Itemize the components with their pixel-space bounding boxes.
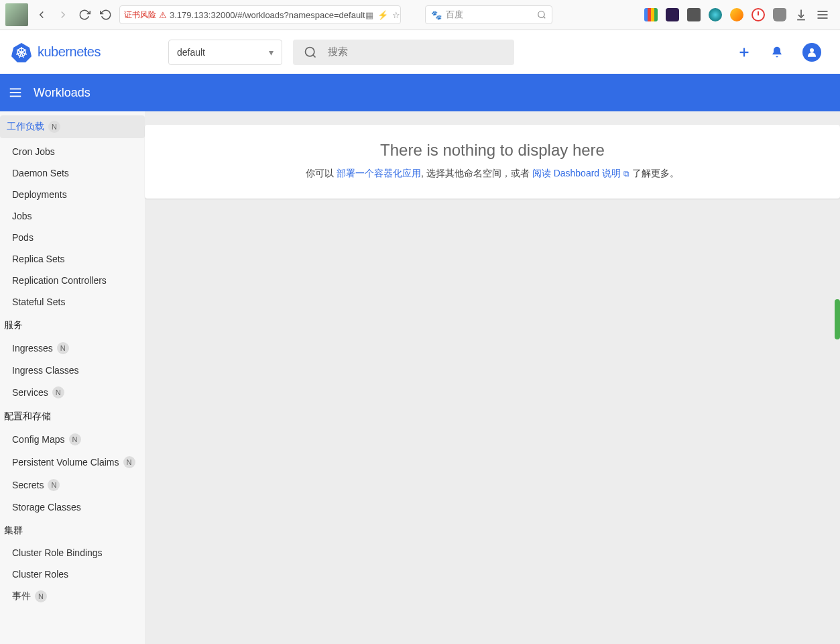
empty-title: There is nothing to display here bbox=[158, 141, 827, 160]
svg-line-16 bbox=[313, 54, 316, 57]
content-area: 工作负载 N Cron Jobs Daemon Sets Deployments… bbox=[0, 111, 840, 644]
download-icon[interactable] bbox=[794, 8, 808, 21]
namespace-value: default bbox=[177, 47, 205, 58]
kubernetes-logo[interactable]: kubernetes bbox=[11, 42, 101, 63]
sidebar-item-rc[interactable]: Replication Controllers bbox=[0, 270, 145, 291]
sidebar-item-services[interactable]: Services N bbox=[0, 381, 145, 404]
external-link-icon: ⧉ bbox=[623, 169, 629, 178]
adblock-icon[interactable] bbox=[752, 8, 765, 21]
sidebar-item-workloads[interactable]: 工作负载 N bbox=[0, 115, 145, 138]
browser-search[interactable]: 🐾 百度 bbox=[425, 5, 552, 24]
empty-state-card: There is nothing to display here 你可以 部署一… bbox=[145, 125, 840, 199]
search-icon[interactable] bbox=[537, 10, 546, 19]
reload-button[interactable] bbox=[76, 7, 93, 23]
sidebar-item-deployments[interactable]: Deployments bbox=[0, 184, 145, 205]
namespace-badge: N bbox=[123, 456, 135, 468]
app-search[interactable]: 搜索 bbox=[293, 40, 514, 65]
ext-copy-icon[interactable] bbox=[687, 8, 701, 21]
sidebar-item-pods[interactable]: Pods bbox=[0, 227, 145, 248]
svg-point-19 bbox=[810, 48, 814, 52]
sidebar-section-config[interactable]: 配置和存储 bbox=[0, 404, 145, 428]
browser-menu-icon[interactable] bbox=[816, 8, 829, 21]
app-search-placeholder: 搜索 bbox=[328, 46, 348, 58]
ext-purple-icon[interactable] bbox=[666, 8, 679, 21]
undo-nav-button[interactable] bbox=[98, 7, 114, 23]
scrollbar-thumb[interactable] bbox=[835, 299, 840, 339]
sidebar-item-ingresses[interactable]: Ingresses N bbox=[0, 337, 145, 360]
svg-point-0 bbox=[538, 11, 544, 17]
flash-icon[interactable]: ⚡ bbox=[377, 10, 388, 20]
svg-point-15 bbox=[305, 47, 314, 56]
sidebar-item-events[interactable]: 事件 N bbox=[0, 585, 145, 608]
address-bar[interactable]: 证书风险 ⚠ 3.179.133:32000/#/workloads?names… bbox=[119, 5, 401, 24]
qr-icon[interactable]: ▦ bbox=[365, 10, 373, 20]
sidebar-item-secrets[interactable]: Secrets N bbox=[0, 474, 145, 496]
sidebar-item-cronjobs[interactable]: Cron Jobs bbox=[0, 141, 145, 162]
notifications-icon[interactable] bbox=[770, 46, 784, 59]
sidebar-item-pvc[interactable]: Persistent Volume Claims N bbox=[0, 451, 145, 474]
sidebar-item-daemonsets[interactable]: Daemon Sets bbox=[0, 162, 145, 184]
app-header: kubernetes default ▾ 搜索 bbox=[0, 30, 840, 74]
sidebar-item-crb[interactable]: Cluster Role Bindings bbox=[0, 542, 145, 564]
header-actions bbox=[737, 43, 829, 62]
extension-icons bbox=[644, 8, 835, 21]
sidebar-item-ingressclasses[interactable]: Ingress Classes bbox=[0, 360, 145, 381]
ext-teal-icon[interactable] bbox=[709, 8, 722, 21]
ext-cat-icon[interactable] bbox=[773, 8, 786, 21]
brand-text: kubernetes bbox=[38, 44, 101, 60]
read-docs-link[interactable]: 阅读 Dashboard 说明 ⧉ bbox=[532, 168, 629, 178]
ext-orange-icon[interactable] bbox=[730, 8, 743, 21]
url-actions: ▦ ⚡ ☆ ˅ bbox=[365, 10, 401, 20]
empty-subtitle: 你可以 部署一个容器化应用, 选择其他命名空间，或者 阅读 Dashboard … bbox=[158, 168, 827, 180]
lock-broken-icon: ⚠ bbox=[159, 10, 167, 20]
sidebar-item-replicasets[interactable]: Replica Sets bbox=[0, 248, 145, 270]
k8s-wheel-icon bbox=[11, 42, 32, 63]
chevron-down-icon: ▾ bbox=[269, 47, 274, 58]
namespace-badge: N bbox=[69, 433, 81, 445]
namespace-select[interactable]: default ▾ bbox=[168, 40, 282, 65]
profile-thumb[interactable] bbox=[5, 3, 28, 26]
back-button[interactable] bbox=[34, 7, 50, 23]
sidebar-item-statefulsets[interactable]: Stateful Sets bbox=[0, 291, 145, 313]
svg-line-1 bbox=[544, 17, 546, 19]
sidebar-item-configmaps[interactable]: Config Maps N bbox=[0, 428, 145, 451]
forward-button[interactable] bbox=[55, 7, 71, 23]
namespace-badge: N bbox=[48, 479, 60, 491]
namespace-badge: N bbox=[48, 121, 60, 133]
search-icon bbox=[304, 46, 317, 59]
user-avatar-icon[interactable] bbox=[802, 43, 821, 62]
sidebar-item-clusterroles[interactable]: Cluster Roles bbox=[0, 564, 145, 585]
browser-toolbar: 证书风险 ⚠ 3.179.133:32000/#/workloads?names… bbox=[0, 0, 840, 30]
sidebar: 工作负载 N Cron Jobs Daemon Sets Deployments… bbox=[0, 111, 145, 644]
browser-search-placeholder: 百度 bbox=[446, 9, 463, 21]
cert-warning-label: 证书风险 bbox=[124, 9, 156, 21]
sidebar-section-cluster[interactable]: 集群 bbox=[0, 518, 145, 542]
url-text: 3.179.133:32000/#/workloads?namespace=de… bbox=[170, 10, 365, 20]
namespace-badge: N bbox=[52, 386, 64, 398]
sidebar-item-jobs[interactable]: Jobs bbox=[0, 205, 145, 227]
menu-toggle-icon[interactable] bbox=[8, 85, 23, 100]
sidebar-section-service[interactable]: 服务 bbox=[0, 313, 145, 337]
main-panel: There is nothing to display here 你可以 部署一… bbox=[145, 111, 840, 644]
deploy-app-link[interactable]: 部署一个容器化应用 bbox=[337, 168, 421, 178]
create-button[interactable] bbox=[737, 45, 752, 60]
sidebar-item-label: 工作负载 bbox=[7, 121, 44, 133]
namespace-badge: N bbox=[57, 342, 69, 354]
namespace-badge: N bbox=[35, 590, 47, 602]
page-title: Workloads bbox=[34, 86, 91, 100]
star-icon[interactable]: ☆ bbox=[392, 10, 400, 20]
sidebar-item-storageclasses[interactable]: Storage Classes bbox=[0, 496, 145, 518]
page-bar: Workloads bbox=[0, 74, 840, 111]
ms-apps-icon[interactable] bbox=[644, 8, 658, 21]
baidu-icon: 🐾 bbox=[431, 10, 442, 20]
